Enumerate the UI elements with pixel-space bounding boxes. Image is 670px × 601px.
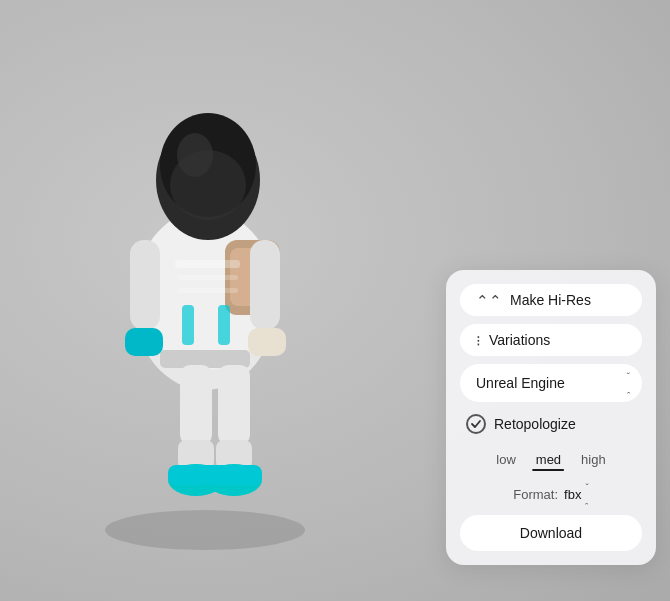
format-dropdown-arrow: ˇ ˇ xyxy=(585,483,588,505)
make-hires-label: Make Hi-Res xyxy=(510,292,591,308)
format-value: fbx xyxy=(564,487,581,502)
engine-label: Unreal Engine xyxy=(476,375,565,391)
svg-rect-24 xyxy=(218,305,230,345)
svg-rect-15 xyxy=(125,328,163,356)
retopologize-label: Retopologize xyxy=(494,416,576,432)
svg-rect-8 xyxy=(218,365,250,445)
make-hires-button[interactable]: ⌃⌃ Make Hi-Res xyxy=(460,284,642,316)
download-button[interactable]: Download xyxy=(460,515,642,551)
character-model xyxy=(0,0,430,601)
svg-rect-26 xyxy=(178,275,238,280)
engine-dropdown[interactable]: Unreal Engine ˇ ˇ xyxy=(460,364,642,402)
variations-button[interactable]: ⁝ Variations xyxy=(460,324,642,356)
retopologize-row: Retopologize xyxy=(460,410,642,438)
variations-icon: ⁝ xyxy=(476,333,481,348)
export-panel: ⌃⌃ Make Hi-Res ⁝ Variations Unreal Engin… xyxy=(446,270,656,565)
retopologize-checkbox[interactable] xyxy=(466,414,486,434)
format-dropdown[interactable]: fbx ˇ ˇ xyxy=(564,483,589,505)
svg-rect-14 xyxy=(130,240,160,330)
engine-dropdown-arrow: ˇ ˇ xyxy=(627,372,630,394)
quality-med-button[interactable]: med xyxy=(526,448,571,471)
svg-rect-23 xyxy=(182,305,194,345)
svg-rect-17 xyxy=(248,328,286,356)
quality-high-button[interactable]: high xyxy=(571,448,616,471)
svg-rect-11 xyxy=(206,465,262,485)
svg-point-0 xyxy=(105,510,305,550)
format-row: Format: fbx ˇ ˇ xyxy=(460,481,642,507)
hires-icon: ⌃⌃ xyxy=(476,293,502,308)
svg-point-22 xyxy=(170,150,246,220)
svg-rect-16 xyxy=(250,240,280,330)
svg-rect-27 xyxy=(178,288,238,293)
quality-row: low med high xyxy=(460,446,642,473)
variations-label: Variations xyxy=(489,332,550,348)
format-label: Format: xyxy=(513,487,558,502)
svg-rect-4 xyxy=(180,365,212,445)
quality-low-button[interactable]: low xyxy=(486,448,526,471)
svg-rect-25 xyxy=(175,260,240,268)
